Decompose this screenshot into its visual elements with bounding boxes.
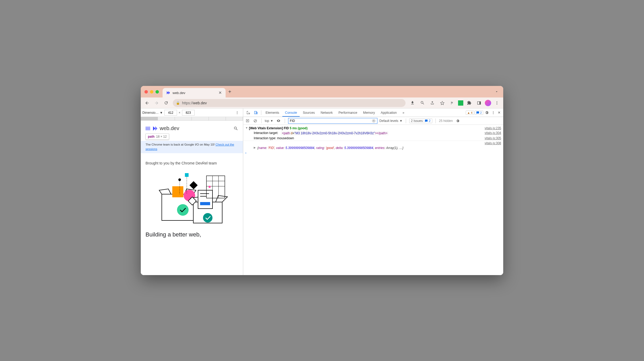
log-entry[interactable]: Interaction type: mousedown vitals.js:30…: [243, 136, 503, 141]
log-entry[interactable]: ▶ {name: 'FID', value: 5.399999998509884…: [243, 146, 503, 150]
profile-avatar[interactable]: [485, 100, 491, 106]
source-link[interactable]: vitals.js:305: [485, 136, 501, 140]
dimensions-separator: ×: [179, 111, 180, 115]
browser-menu-button[interactable]: [493, 99, 501, 107]
svg-rect-1: [479, 101, 481, 104]
address-bar[interactable]: 🔒 https://web.dev: [173, 99, 406, 107]
reload-button[interactable]: [162, 99, 170, 107]
devtools-settings-button[interactable]: [484, 111, 490, 115]
context-selector[interactable]: top▼: [265, 119, 273, 123]
console-output: ▼ [Web Vitals Extension] FID 5 ms (good)…: [243, 125, 503, 275]
tab-application[interactable]: Application: [378, 109, 399, 117]
log-levels-dropdown[interactable]: Default levels▼: [380, 119, 403, 123]
minimize-window-button[interactable]: [150, 90, 153, 94]
chevron-down-icon: ▼: [399, 119, 403, 123]
svg-point-14: [178, 178, 181, 181]
hamburger-menu-button[interactable]: [146, 127, 150, 130]
dimensions-toolbar: Dimensio… ▼ ×: [141, 109, 243, 117]
source-link[interactable]: vitals.js:235: [485, 126, 501, 130]
log-entry[interactable]: Interaction target: <path d="M3 18h18v-2…: [243, 131, 503, 136]
devtools-close-button[interactable]: ✕: [497, 111, 502, 115]
warnings-badge[interactable]: ▲4: [466, 111, 474, 115]
tab-title: web.dev: [173, 91, 185, 95]
browser-tab[interactable]: web.dev ✕: [163, 88, 226, 97]
maximize-window-button[interactable]: [155, 90, 159, 94]
svg-marker-21: [216, 195, 227, 202]
forward-button[interactable]: [152, 99, 161, 107]
issues-button[interactable]: 2 Issues: 2: [409, 118, 433, 123]
sidepanel-button[interactable]: [475, 99, 483, 107]
downloads-button[interactable]: [408, 99, 417, 107]
source-link[interactable]: vitals.js:308: [485, 141, 501, 145]
devtools-tab-strip: Elements Console Sources Network Perform…: [243, 109, 503, 117]
url-host: web.dev: [193, 101, 207, 105]
console-prompt[interactable]: ›: [243, 150, 503, 156]
svg-point-31: [209, 186, 211, 188]
height-input[interactable]: [182, 110, 195, 116]
warning-icon: ▲: [467, 111, 470, 114]
tab-elements[interactable]: Elements: [263, 109, 282, 117]
share-button[interactable]: [428, 99, 437, 107]
svg-point-3: [497, 102, 497, 103]
live-expression-button[interactable]: [276, 118, 282, 123]
new-tab-button[interactable]: +: [228, 89, 231, 95]
page-content: web.dev path18 × 12 The Chrome team is b…: [141, 121, 243, 243]
extensions-button[interactable]: [465, 99, 473, 107]
tab-network[interactable]: Network: [318, 109, 335, 117]
main-area: Dimensio… ▼ × web.dev: [141, 109, 503, 275]
expand-caret-icon[interactable]: ▶: [254, 146, 256, 149]
log-entry[interactable]: vitals.js:308: [243, 141, 503, 146]
svg-point-5: [237, 111, 237, 112]
more-tabs-button[interactable]: »: [400, 109, 407, 117]
console-run-button[interactable]: [245, 118, 250, 123]
webvitals-extension-icon[interactable]: [458, 100, 463, 106]
width-input[interactable]: [164, 110, 177, 116]
tabs-dropdown-button[interactable]: [494, 89, 500, 95]
source-link[interactable]: vitals.js:304: [485, 131, 501, 135]
svg-point-2: [497, 101, 497, 102]
svg-point-36: [493, 111, 494, 112]
bookmark-button[interactable]: [438, 99, 446, 107]
info-badge[interactable]: 2: [475, 111, 483, 115]
message-icon: [476, 111, 479, 114]
browser-toolbar: 🔒 https://web.dev: [141, 97, 503, 109]
device-menu-button[interactable]: [233, 109, 241, 117]
dimensions-dropdown[interactable]: Dimensio… ▼: [142, 111, 163, 115]
device-preview-panel: Dimensio… ▼ × web.dev: [141, 109, 243, 275]
zoom-button[interactable]: [418, 99, 427, 107]
tab-memory[interactable]: Memory: [360, 109, 377, 117]
element-tooltip: path18 × 12: [146, 133, 169, 140]
filter-text[interactable]: [290, 119, 372, 123]
webdev-logo[interactable]: web.dev: [152, 125, 179, 131]
close-tab-button[interactable]: ✕: [219, 90, 222, 95]
browser-window: web.dev ✕ + 🔒 https://web.dev: [141, 86, 503, 275]
devtools-menu-button[interactable]: [490, 111, 496, 115]
log-entry[interactable]: ▼ [Web Vitals Extension] FID 5 ms (good)…: [243, 126, 503, 131]
page-heading: Building a better web,: [146, 231, 238, 239]
clear-filter-button[interactable]: ✕: [372, 119, 376, 123]
log-text: Interaction type: mousedown: [254, 136, 294, 140]
webdev-logo-text: web.dev: [160, 125, 179, 131]
tab-performance[interactable]: Performance: [336, 109, 360, 117]
tab-sources[interactable]: Sources: [300, 109, 318, 117]
console-settings-button[interactable]: [455, 119, 461, 123]
message-icon: [425, 119, 428, 122]
console-clear-button[interactable]: [252, 118, 258, 123]
expand-caret-icon[interactable]: ▼: [245, 126, 248, 129]
log-text: [Web Vitals Extension] FID: [249, 126, 290, 130]
console-filter-input[interactable]: ✕: [288, 118, 377, 124]
traffic-lights: [144, 90, 159, 94]
flag-extension-icon[interactable]: [448, 99, 456, 107]
svg-point-33: [203, 213, 212, 223]
svg-rect-13: [189, 181, 198, 189]
device-toggle-button[interactable]: [252, 110, 259, 116]
tab-console[interactable]: Console: [282, 109, 300, 117]
dimensions-label: Dimensio…: [142, 111, 159, 115]
close-window-button[interactable]: [144, 90, 148, 94]
console-toolbar: top▼ ✕ Default levels▼ 2 Issues: 2 25 hi…: [243, 117, 503, 125]
back-button[interactable]: [143, 99, 151, 107]
inspect-element-button[interactable]: [245, 110, 252, 116]
svg-point-6: [237, 112, 237, 113]
page-search-button[interactable]: [233, 126, 238, 131]
tooltip-tag: path: [148, 135, 154, 138]
